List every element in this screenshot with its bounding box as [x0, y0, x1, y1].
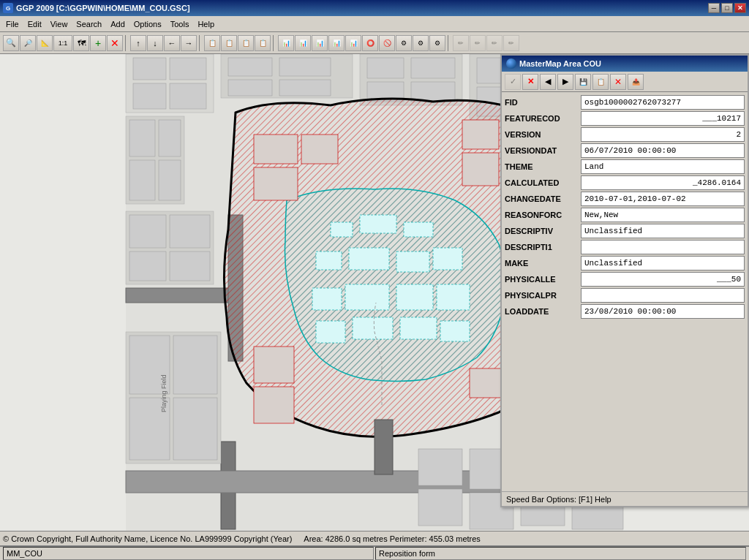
value-theme[interactable]: Land [581, 159, 745, 174]
svg-rect-26 [129, 120, 155, 156]
field-fid: FID osgb1000002762073277 [505, 95, 745, 110]
svg-rect-59 [312, 288, 342, 310]
field-changedate: CHANGEDATE 2010-07-01,2010-07-02 [505, 192, 745, 206]
menu-edit[interactable]: Edit [23, 16, 46, 31]
panel-globe-icon [506, 58, 516, 69]
copy-btn1[interactable]: 📋 [204, 35, 220, 51]
menu-tools[interactable]: Tools [166, 16, 194, 31]
copy-btn4[interactable]: 📋 [255, 35, 271, 51]
tool-btn1[interactable]: 📊 [278, 35, 294, 51]
title-bar-left: G GGP 2009 [C:\GGPWIN\HOME\MM_COU.GSC] [3, 3, 190, 13]
value-fid[interactable]: osgb1000002762073277 [581, 95, 745, 110]
menu-add[interactable]: Add [106, 16, 129, 31]
value-descriptiv[interactable]: Unclassified [581, 224, 745, 238]
nav-right[interactable]: → [181, 35, 197, 51]
field-calculated: CALCULATED _4286.0164 [505, 175, 745, 190]
label-make: MAKE [505, 259, 578, 268]
draw-btn3[interactable]: ✏ [486, 35, 503, 51]
panel-copy-button[interactable]: 📋 [592, 74, 609, 90]
svg-rect-62 [437, 284, 470, 310]
svg-rect-52 [331, 222, 353, 237]
add-button[interactable]: + [90, 35, 106, 51]
svg-rect-68 [254, 167, 298, 200]
toolbar: 🔍 🔎 📐 1:1 🗺 + ✕ ↑ ↓ ← → 📋 📋 📋 📋 📊 📊 📊 📊 … [0, 32, 749, 54]
close-button[interactable]: ✕ [734, 3, 746, 13]
scale-button[interactable]: 📐 [37, 35, 53, 51]
panel-prev-button[interactable]: ◀ [540, 74, 556, 90]
svg-rect-46 [418, 489, 462, 526]
tool-btn7[interactable]: 🚫 [379, 35, 395, 51]
value-version[interactable]: 2 [581, 127, 745, 142]
value-physicalpr[interactable] [581, 288, 745, 303]
label-fid: FID [505, 98, 578, 107]
copy-btn3[interactable]: 📋 [238, 35, 254, 51]
svg-rect-61 [396, 284, 433, 310]
label-featurecod: FEATURECOD [505, 114, 578, 123]
value-loaddate[interactable]: 23/08/2010 00:00:00 [581, 304, 745, 319]
tool-btn4[interactable]: 📊 [328, 35, 345, 51]
svg-rect-53 [360, 215, 396, 233]
panel-next-button[interactable]: ▶ [557, 74, 573, 90]
playing-field-label: Playing Field [160, 374, 168, 412]
svg-rect-8 [170, 83, 206, 109]
minimize-button[interactable]: ─ [708, 3, 720, 13]
svg-rect-15 [367, 58, 404, 78]
value-calculated[interactable]: _4286.0164 [581, 175, 745, 190]
svg-rect-67 [254, 135, 298, 164]
value-reasonforc[interactable]: New,New [581, 208, 745, 222]
tool-btn5[interactable]: 📊 [345, 35, 361, 51]
1to1-button[interactable]: 1:1 [53, 35, 72, 51]
nav-down[interactable]: ↓ [147, 35, 163, 51]
tool-btn6[interactable]: ⭕ [362, 35, 378, 51]
title-bar-controls[interactable]: ─ □ ✕ [708, 3, 746, 13]
value-physicalle[interactable]: ___50 [581, 272, 745, 287]
svg-rect-57 [396, 251, 429, 272]
label-descriptiv: DESCRIPTIV [505, 227, 578, 235]
tool-btn2[interactable]: 📊 [295, 35, 311, 51]
properties-panel: MasterMap Area COU ✓ ✕ ◀ ▶ 💾 📋 ✕ 📤 FID o… [500, 54, 749, 507]
value-versiondat[interactable]: 06/07/2010 00:00:00 [581, 143, 745, 158]
svg-rect-70 [462, 120, 499, 149]
svg-rect-5 [133, 58, 166, 80]
tool-btn10[interactable]: ⚙ [429, 35, 445, 51]
layer-name: MM_COU [7, 549, 42, 558]
tool-btn9[interactable]: ⚙ [413, 35, 429, 51]
zoom-in-button[interactable]: 🔍 [3, 35, 19, 51]
tool-btn3[interactable]: 📊 [312, 35, 328, 51]
value-featurecod[interactable]: ___10217 [581, 111, 745, 126]
zoom-out-button[interactable]: 🔎 [20, 35, 36, 51]
menu-search[interactable]: Search [72, 16, 106, 31]
status-action: Reposition form [375, 547, 746, 560]
nav-left[interactable]: ← [164, 35, 180, 51]
copy-btn2[interactable]: 📋 [221, 35, 237, 51]
properties-table: FID osgb1000002762073277 FEATURECOD ___1… [502, 92, 748, 491]
draw-btn1[interactable]: ✏ [453, 35, 469, 51]
tool-btn8[interactable]: ⚙ [396, 35, 412, 51]
label-calculated: CALCULATED [505, 178, 578, 187]
panel-delete-button[interactable]: ✕ [610, 74, 626, 90]
draw-btn4[interactable]: ✏ [503, 35, 519, 51]
map-button[interactable]: 🗺 [73, 35, 89, 51]
title-bar: G GGP 2009 [C:\GGPWIN\HOME\MM_COU.GSC] ─… [0, 0, 749, 16]
panel-cancel-button[interactable]: ✕ [522, 74, 538, 90]
svg-rect-10 [228, 58, 272, 76]
remove-button[interactable]: ✕ [107, 35, 123, 51]
panel-export-button[interactable]: 📤 [628, 74, 644, 90]
speed-bar: Speed Bar Options: [F1] Help [502, 491, 748, 506]
value-changedate[interactable]: 2010-07-01,2010-07-02 [581, 192, 745, 206]
menu-view[interactable]: View [46, 16, 72, 31]
panel-save-button[interactable]: 💾 [575, 74, 591, 90]
value-make[interactable]: Unclassified [581, 256, 745, 270]
svg-rect-44 [173, 398, 217, 460]
menu-help[interactable]: Help [193, 16, 219, 31]
maximize-button[interactable]: □ [721, 3, 733, 13]
field-version: VERSION 2 [505, 127, 745, 142]
nav-up[interactable]: ↑ [130, 35, 146, 51]
draw-btn2[interactable]: ✏ [470, 35, 486, 51]
menu-file[interactable]: File [1, 16, 23, 31]
value-descripti1[interactable] [581, 240, 745, 254]
menu-options[interactable]: Options [129, 16, 166, 31]
svg-rect-16 [411, 58, 455, 78]
panel-confirm-button[interactable]: ✓ [505, 74, 521, 90]
svg-rect-56 [349, 248, 389, 270]
